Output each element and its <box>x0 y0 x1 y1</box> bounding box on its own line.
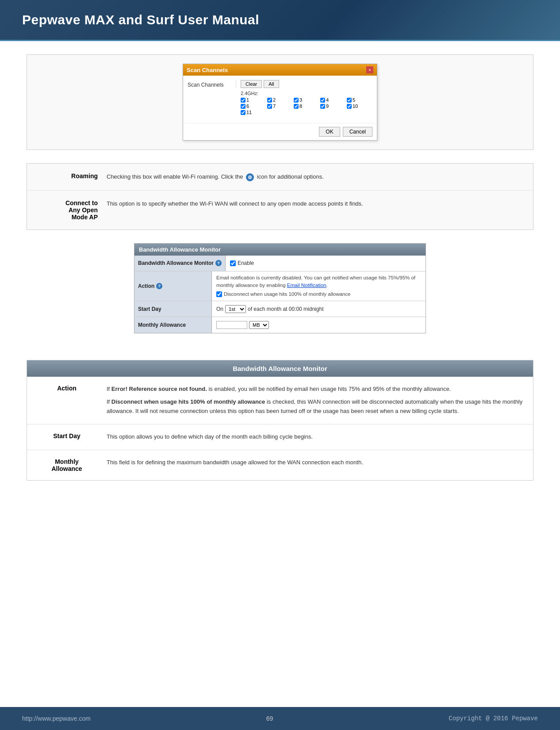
scan-btn-row: Clear All <box>241 80 372 88</box>
roaming-info-icon: ⚙ <box>246 173 254 181</box>
roaming-label: Roaming <box>36 172 107 180</box>
disconnect-bold-text: Disconnect when usage hits 100% of month… <box>111 398 265 405</box>
disconnect-checkbox[interactable] <box>216 291 222 297</box>
channel-1: 1 <box>241 97 266 103</box>
scan-dialog-body: Scan Channels Clear All 2.4GHz: 1 2 3 4 <box>183 76 377 123</box>
channel-2: 2 <box>267 97 293 103</box>
roaming-row: Roaming Checking this box will enable Wi… <box>27 164 533 191</box>
connect-label: Connect toAny OpenMode AP <box>36 199 107 221</box>
dialog-cancel-button[interactable]: Cancel <box>343 127 372 137</box>
bam-value-enable: Enable <box>226 256 426 271</box>
channel-4: 4 <box>320 97 346 103</box>
main-content: Scan Channels × Scan Channels Clear All … <box>0 41 560 707</box>
channel-6-checkbox[interactable] <box>241 104 245 109</box>
feature-section: Roaming Checking this box will enable Wi… <box>27 163 533 230</box>
scan-dialog: Scan Channels × Scan Channels Clear All … <box>183 64 377 141</box>
bam-value-monthly: MB GB <box>212 317 426 333</box>
channel-4-checkbox[interactable] <box>320 98 325 103</box>
bam-label-monitor: Bandwidth Allowance Monitor ? <box>134 256 226 271</box>
connect-desc: This option is to specify whether the Wi… <box>107 199 524 208</box>
channel-2-checkbox[interactable] <box>267 98 272 103</box>
channel-5: 5 <box>347 97 372 103</box>
error-ref-text: Error! Reference source not found. <box>111 386 207 392</box>
scan-all-button[interactable]: All <box>264 80 279 88</box>
enable-checkbox-label[interactable]: Enable <box>230 260 254 266</box>
email-notification-link[interactable]: Email Notification <box>287 283 326 288</box>
channel-7: 7 <box>267 103 293 109</box>
channel-11-checkbox[interactable] <box>241 110 245 115</box>
scan-label: Scan Channels <box>188 80 236 88</box>
bam-large-startday-desc: This option allows you to define which d… <box>107 432 524 442</box>
scan-channels-section: Scan Channels × Scan Channels Clear All … <box>27 54 533 150</box>
connect-row: Connect toAny OpenMode AP This option is… <box>27 191 533 229</box>
channel-5-checkbox[interactable] <box>347 98 352 103</box>
disconnect-checkbox-label[interactable]: Disconnect when usage hits 100% of month… <box>216 290 421 298</box>
scan-dialog-titlebar: Scan Channels × <box>183 64 377 76</box>
bam-large-monthly-desc: This field is for defining the maximum b… <box>107 458 524 467</box>
channel-7-checkbox[interactable] <box>267 104 272 109</box>
bam-row-enable: Bandwidth Allowance Monitor ? Enable <box>134 256 426 271</box>
action-para1: If Error! Reference source not found. is… <box>107 385 524 394</box>
freq-label: 2.4GHz: <box>241 91 372 96</box>
disconnect-label: Disconnect when usage hits 100% of month… <box>224 290 350 298</box>
channel-8: 8 <box>294 103 319 109</box>
bam-row-monthly: Monthly Allowance MB GB <box>134 317 426 333</box>
bam-large-action-label: Action <box>36 385 107 392</box>
action-label-text: Action <box>138 283 154 289</box>
footer-url: http://www.pepwave.com <box>22 715 91 722</box>
monthly-label-text: Monthly Allowance <box>138 322 186 328</box>
bam-large-startday-row: Start Day This option allows you to defi… <box>27 424 533 450</box>
channel-11: 11 <box>241 110 266 115</box>
roaming-desc-text1: Checking this box will enable Wi-Fi roam… <box>107 173 243 180</box>
bam-help-icon-action: ? <box>156 283 162 289</box>
channel-3-checkbox[interactable] <box>294 98 299 103</box>
channel-10-checkbox[interactable] <box>347 104 352 109</box>
bam-value-action: Email notification is currently disabled… <box>212 271 426 301</box>
dialog-ok-button[interactable]: OK <box>319 127 340 137</box>
roaming-desc: Checking this box will enable Wi-Fi roam… <box>107 172 524 181</box>
channel-9-checkbox[interactable] <box>320 104 325 109</box>
on-label: On <box>216 306 223 312</box>
bam-action-text: Email notification is currently disabled… <box>216 274 421 298</box>
bam-label-monthly: Monthly Allowance <box>134 317 212 333</box>
bam-small-table: Bandwidth Allowance Monitor Bandwidth Al… <box>134 243 426 334</box>
scan-dialog-title: Scan Channels <box>187 67 228 73</box>
scan-content: Clear All 2.4GHz: 1 2 3 4 5 6 7 8 <box>236 80 372 115</box>
bam-value-startday: On 1st 2nd 3rd of each month at 00:00 mi… <box>212 301 426 317</box>
bam-large-action-row: Action If Error! Reference source not fo… <box>27 377 533 424</box>
footer-copyright: Copyright @ 2016 Pepwave <box>449 715 538 722</box>
enable-label: Enable <box>238 260 254 266</box>
channel-10: 10 <box>347 103 372 109</box>
channel-1-checkbox[interactable] <box>241 98 245 103</box>
enable-checkbox[interactable] <box>230 260 236 266</box>
bam-large-content: Action If Error! Reference source not fo… <box>27 377 533 480</box>
channel-8-checkbox[interactable] <box>294 104 299 109</box>
scan-dialog-close-button[interactable]: × <box>366 66 373 73</box>
start-day-suffix: of each month at 00:00 midnight <box>248 306 323 312</box>
bam-large-startday-label: Start Day <box>36 432 107 440</box>
channel-6: 6 <box>241 103 266 109</box>
channel-3: 3 <box>294 97 319 103</box>
scan-clear-button[interactable]: Clear <box>241 80 262 88</box>
page-footer: http://www.pepwave.com 69 Copyright @ 20… <box>0 707 560 730</box>
bam-large-monthly-row: MonthlyAllowance This field is for defin… <box>27 450 533 480</box>
monthly-allowance-input[interactable] <box>216 321 247 329</box>
bam-help-icon-monitor: ? <box>215 260 222 266</box>
channel-9: 9 <box>320 103 346 109</box>
footer-page-number: 69 <box>266 715 273 722</box>
page-title: Pepwave MAX and Surf User Manual <box>22 12 538 27</box>
bam-large-action-desc: If Error! Reference source not found. is… <box>107 385 524 416</box>
bam-large-section: Bandwidth Allowance Monitor Action If Er… <box>27 360 533 480</box>
roaming-desc-text2: icon for additional options. <box>257 173 324 180</box>
scan-dialog-footer: OK Cancel <box>183 123 377 140</box>
monthly-row: MB GB <box>216 321 269 329</box>
bam-row-action: Action ? Email notification is currently… <box>134 271 426 302</box>
start-day-row: On 1st 2nd 3rd of each month at 00:00 mi… <box>216 305 323 313</box>
bam-small-table-header: Bandwidth Allowance Monitor <box>134 244 426 256</box>
startday-label-text: Start Day <box>138 306 161 312</box>
monthly-unit-select[interactable]: MB GB <box>249 321 269 329</box>
bam-label-startday: Start Day <box>134 301 212 317</box>
start-day-select[interactable]: 1st 2nd 3rd <box>225 305 246 313</box>
channels-grid: 1 2 3 4 5 6 7 8 9 10 11 <box>241 97 372 115</box>
action-para2: If Disconnect when usage hits 100% of mo… <box>107 397 524 416</box>
